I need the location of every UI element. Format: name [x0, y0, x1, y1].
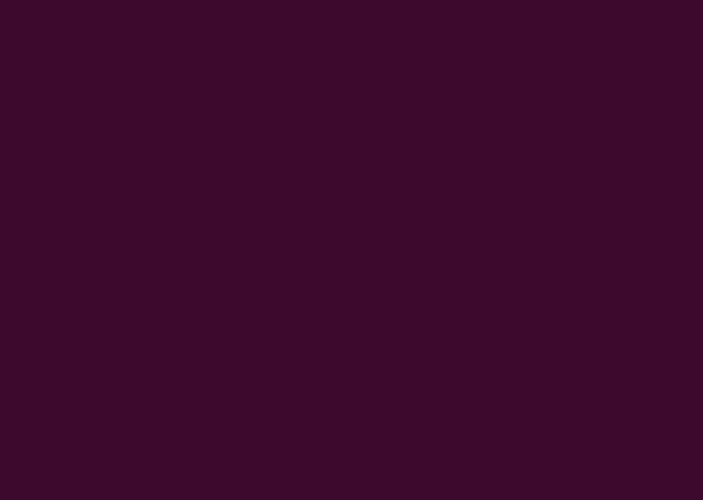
nvidia-smi-output — [0, 68, 703, 80]
